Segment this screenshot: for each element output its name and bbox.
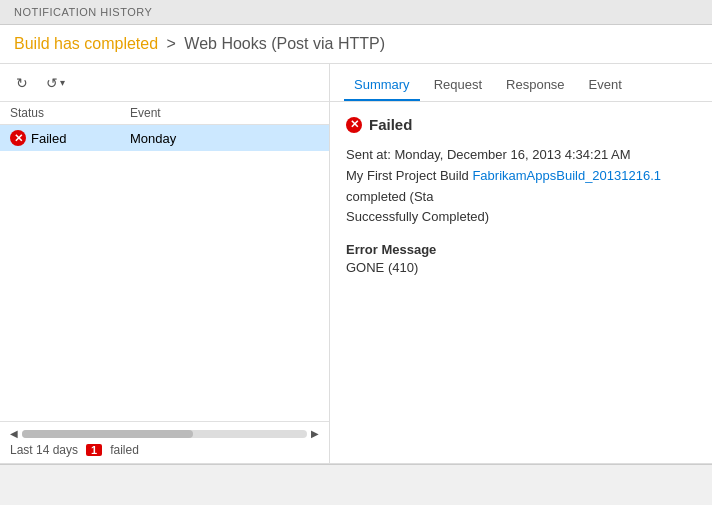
- breadcrumb-separator: >: [167, 35, 176, 52]
- notification-history-bar: NOTIFICATION HISTORY: [0, 0, 712, 25]
- summary-status: ✕ Failed: [346, 116, 696, 133]
- completed-line: Successfully Completed): [346, 207, 696, 228]
- scrollbar-row: ◀ ▶: [10, 428, 319, 439]
- breadcrumb: Build has completed > Web Hooks (Post vi…: [0, 25, 712, 64]
- error-value: GONE (410): [346, 260, 696, 275]
- event-value: Monday: [130, 131, 319, 146]
- tab-request[interactable]: Request: [424, 71, 492, 101]
- column-header-event: Event: [130, 106, 319, 120]
- history-button[interactable]: ↺ ▾: [40, 71, 71, 95]
- right-panel: Summary Request Response Event ✕ Failed …: [330, 64, 712, 463]
- table-row[interactable]: ✕ Failed Monday: [0, 125, 329, 151]
- status-cell: ✕ Failed: [10, 130, 130, 146]
- error-label: Error Message: [346, 242, 696, 257]
- failed-count-badge: 1: [86, 444, 102, 456]
- main-content: ↻ ↺ ▾ Status Event ✕ Failed Monday: [0, 64, 712, 464]
- left-toolbar: ↻ ↺ ▾: [0, 64, 329, 102]
- scroll-right-icon[interactable]: ▶: [311, 428, 319, 439]
- history-icon: ↺: [46, 75, 58, 91]
- refresh-button[interactable]: ↻: [10, 71, 34, 95]
- summary-error-icon: ✕: [346, 117, 362, 133]
- status-value: Failed: [31, 131, 66, 146]
- summary-tab-content: ✕ Failed Sent at: Monday, December 16, 2…: [330, 102, 712, 463]
- sent-at-value: Monday, December 16, 2013 4:34:21 AM: [394, 147, 630, 162]
- bottom-bar: [0, 464, 712, 484]
- footer-stats: Last 14 days 1 failed: [10, 443, 319, 457]
- scroll-thumb: [22, 430, 193, 438]
- message-suffix: completed (Sta: [346, 189, 433, 204]
- breadcrumb-build: Build has completed: [14, 35, 158, 52]
- message-prefix: My First Project Build: [346, 168, 472, 183]
- tab-event[interactable]: Event: [579, 71, 632, 101]
- period-label: Last 14 days: [10, 443, 78, 457]
- error-status-icon: ✕: [10, 130, 26, 146]
- summary-status-text: Failed: [369, 116, 412, 133]
- failed-label: failed: [110, 443, 139, 457]
- table-header: Status Event: [0, 102, 329, 125]
- summary-body: Sent at: Monday, December 16, 2013 4:34:…: [346, 145, 696, 228]
- tab-response[interactable]: Response: [496, 71, 575, 101]
- table-body: ✕ Failed Monday: [0, 125, 329, 421]
- sent-at-label: Sent at:: [346, 147, 391, 162]
- left-footer: ◀ ▶ Last 14 days 1 failed: [0, 421, 329, 463]
- error-section: Error Message GONE (410): [346, 242, 696, 275]
- tab-summary[interactable]: Summary: [344, 71, 420, 101]
- tabs-bar: Summary Request Response Event: [330, 64, 712, 102]
- scroll-left-icon[interactable]: ◀: [10, 428, 18, 439]
- scroll-track[interactable]: [22, 430, 307, 438]
- build-link[interactable]: FabrikamAppsBuild_20131216.1: [472, 168, 661, 183]
- topbar-label: NOTIFICATION HISTORY: [14, 6, 152, 18]
- refresh-icon: ↻: [16, 75, 28, 91]
- left-panel: ↻ ↺ ▾ Status Event ✕ Failed Monday: [0, 64, 330, 463]
- breadcrumb-hook: Web Hooks (Post via HTTP): [184, 35, 385, 52]
- chevron-down-icon: ▾: [60, 77, 65, 88]
- build-message-line: My First Project Build FabrikamAppsBuild…: [346, 166, 696, 208]
- sent-at-line: Sent at: Monday, December 16, 2013 4:34:…: [346, 145, 696, 166]
- column-header-status: Status: [10, 106, 130, 120]
